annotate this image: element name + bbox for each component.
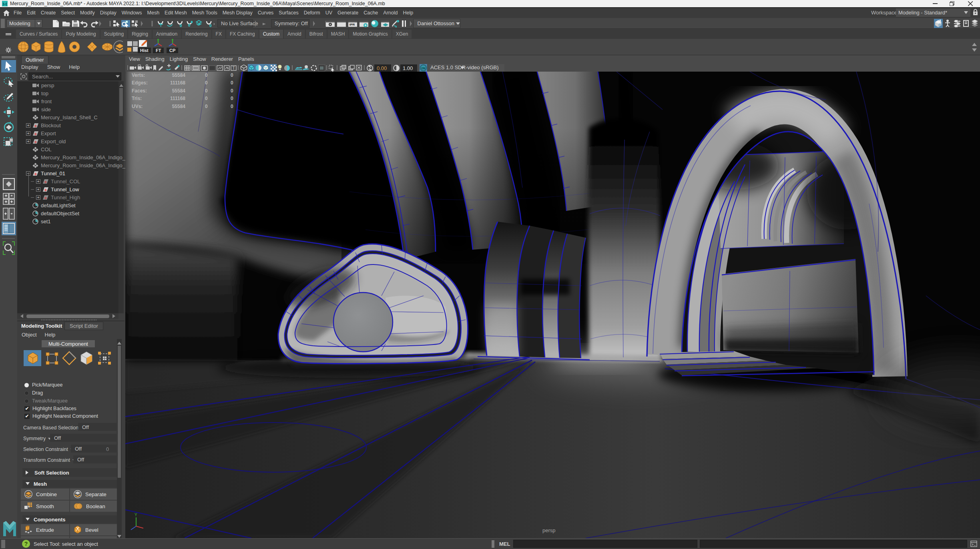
svg-text:IPR: IPR [349,23,355,26]
svg-text:T: T [233,66,235,70]
svg-text:persp: persp [542,527,556,533]
svg-text:Y: Y [135,513,137,517]
svg-text:1.00: 1.00 [403,65,413,71]
svg-text:0.00: 0.00 [377,65,387,71]
svg-text:ON: ON [422,67,426,70]
